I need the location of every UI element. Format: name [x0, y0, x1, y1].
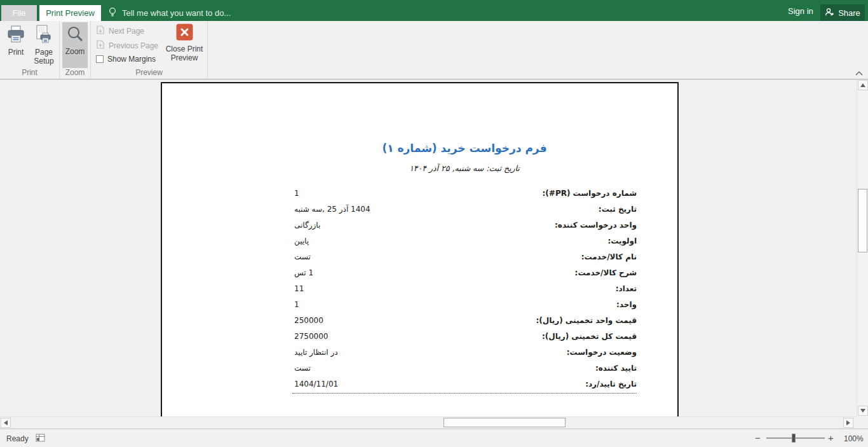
sign-in-link[interactable]: Sign in: [788, 6, 813, 16]
triangle-left-icon: [4, 420, 8, 425]
form-row: 1404/11/01تاریخ تایید/رد:: [292, 377, 637, 393]
print-button[interactable]: Print: [4, 25, 28, 57]
print-button-label: Print: [8, 48, 24, 57]
scroll-down-button[interactable]: [858, 406, 868, 416]
lightbulb-icon: [108, 7, 117, 19]
row-label: تاریخ ثبت:: [599, 205, 637, 214]
scroll-right-button[interactable]: [843, 418, 853, 428]
tell-me-placeholder: Tell me what you want to do...: [122, 8, 231, 18]
ribbon: Print Page Setup Print Zoom Zoom: [0, 21, 868, 79]
zoom-slider-track[interactable]: [766, 437, 825, 439]
triangle-up-icon: [860, 83, 865, 87]
zoom-in-button[interactable]: +: [828, 432, 834, 443]
zoom-percentage-label[interactable]: 100%: [844, 434, 864, 443]
row-label: واحد:: [616, 300, 637, 309]
horizontal-scrollbar-thumb[interactable]: [444, 418, 566, 427]
triangle-right-icon: [846, 420, 850, 425]
row-label: شماره درخواست (PR#):: [543, 189, 637, 198]
vertical-scrollbar[interactable]: [857, 79, 868, 416]
form-rows: 1شماره درخواست (PR#): سه شنبه,‎ 25 آذر‎ …: [292, 186, 637, 394]
macro-record-icon[interactable]: [36, 434, 45, 444]
next-page-label: Next Page: [109, 27, 144, 36]
tab-print-preview[interactable]: Print Preview: [39, 5, 101, 21]
close-x-icon: [176, 24, 193, 43]
close-print-preview-label: Close Print Preview: [161, 45, 208, 62]
previous-page-button[interactable]: Previous Page: [96, 40, 158, 52]
magnifier-icon: [66, 25, 84, 45]
app-window: File Print Preview Tell me what you want…: [0, 0, 868, 447]
chevron-up-icon: [855, 71, 863, 76]
row-label: تعداد:: [616, 284, 637, 293]
tell-me-box[interactable]: Tell me what you want to do...: [108, 5, 231, 21]
row-value: 1: [294, 300, 299, 309]
row-label: واحد درخواست کننده:: [555, 221, 637, 230]
scroll-up-button[interactable]: [858, 80, 868, 90]
ribbon-group-preview: Next Page Previous Page Show Margins Clo…: [91, 21, 208, 79]
tab-print-preview-label: Print Preview: [46, 8, 95, 18]
form-row: سه شنبه,‎ 25 آذر‎ 1404تاریخ ثبت:: [292, 202, 637, 218]
scrollbar-corner: [857, 416, 868, 429]
row-label: وضعیت درخواست:: [567, 348, 637, 357]
form-row: تستتایید کننده:: [292, 361, 637, 377]
zoom-slider-handle[interactable]: [792, 434, 796, 443]
previous-page-icon: [96, 40, 105, 52]
row-value: 1404/11/01: [294, 380, 338, 389]
previous-page-label: Previous Page: [109, 41, 158, 50]
row-value: تست: [294, 364, 311, 373]
scroll-left-button[interactable]: [1, 418, 11, 428]
triangle-down-icon: [860, 409, 865, 413]
page-setup-icon: [35, 25, 53, 46]
ribbon-group-print: Print Page Setup Print: [0, 21, 60, 79]
share-label: Share: [838, 8, 860, 18]
vertical-scrollbar-thumb[interactable]: [858, 189, 867, 252]
row-value: 2750000: [294, 332, 328, 341]
share-person-icon: [825, 8, 834, 18]
share-button[interactable]: Share: [820, 4, 865, 21]
show-margins-label: Show Margins: [107, 55, 156, 64]
zoom-button[interactable]: Zoom: [62, 22, 88, 68]
row-label: تایید کننده:: [595, 364, 637, 373]
status-ready-label: Ready: [6, 434, 29, 443]
document-page: فرم درخواست خرید (شماره ۱) تاریخ ثبت: سه…: [161, 82, 679, 416]
zoom-button-label: Zoom: [65, 47, 85, 56]
show-margins-checkbox[interactable]: Show Margins: [96, 55, 156, 64]
collapse-ribbon-button[interactable]: [853, 68, 865, 78]
form-row: 250000قیمت واحد تخمینی (ریال):: [292, 313, 637, 329]
zoom-out-button[interactable]: −: [755, 432, 761, 443]
ribbon-group-zoom: Zoom Zoom: [60, 21, 91, 79]
form-row: تستنام کالا/خدمت:: [292, 250, 637, 266]
row-value: 11: [294, 284, 304, 293]
ribbon-tab-bar: File Print Preview Tell me what you want…: [0, 0, 868, 21]
form-row: 2750000قیمت کل تخمینی (ریال):: [292, 329, 637, 345]
form-row: 1واحد:: [292, 298, 637, 313]
page-setup-button[interactable]: Page Setup: [29, 25, 58, 65]
close-print-preview-button[interactable]: Close Print Preview: [161, 24, 208, 62]
group-label-print: Print: [0, 68, 59, 77]
checkbox-icon: [96, 55, 104, 63]
tab-file-label: File: [13, 8, 26, 18]
print-preview-canvas: فرم درخواست خرید (شماره ۱) تاریخ ثبت: سه…: [0, 79, 857, 416]
row-label: قیمت کل تخمینی (ریال):: [542, 332, 637, 341]
printer-icon: [6, 25, 25, 46]
status-bar: Ready − + 100%: [0, 429, 868, 447]
form-row: بازرگانیواحد درخواست کننده:: [292, 218, 637, 234]
row-value: پایین: [294, 237, 309, 245]
row-value: 1: [294, 189, 299, 198]
next-page-button[interactable]: Next Page: [96, 25, 144, 37]
page-setup-button-label: Page Setup: [29, 48, 58, 65]
row-value: در انتظار تایید: [294, 348, 338, 357]
row-value: تس‎ 1: [294, 268, 313, 277]
form-row: 1شماره درخواست (PR#):: [292, 186, 637, 202]
form-row: در انتظار تاییدوضعیت درخواست:: [292, 345, 637, 361]
document-title: فرم درخواست خرید (شماره ۱): [292, 142, 637, 155]
group-label-preview: Preview: [91, 68, 207, 77]
row-label: اولویت:: [607, 237, 637, 245]
sign-in-label: Sign in: [788, 6, 813, 16]
row-value: 250000: [294, 316, 323, 325]
next-page-icon: [96, 25, 105, 37]
row-label: تاریخ تایید/رد:: [585, 380, 637, 389]
horizontal-scrollbar[interactable]: [0, 416, 857, 429]
form-row: 11تعداد:: [292, 282, 637, 298]
tab-file[interactable]: File: [1, 5, 37, 21]
row-label: قیمت واحد تخمینی (ریال):: [536, 316, 637, 325]
